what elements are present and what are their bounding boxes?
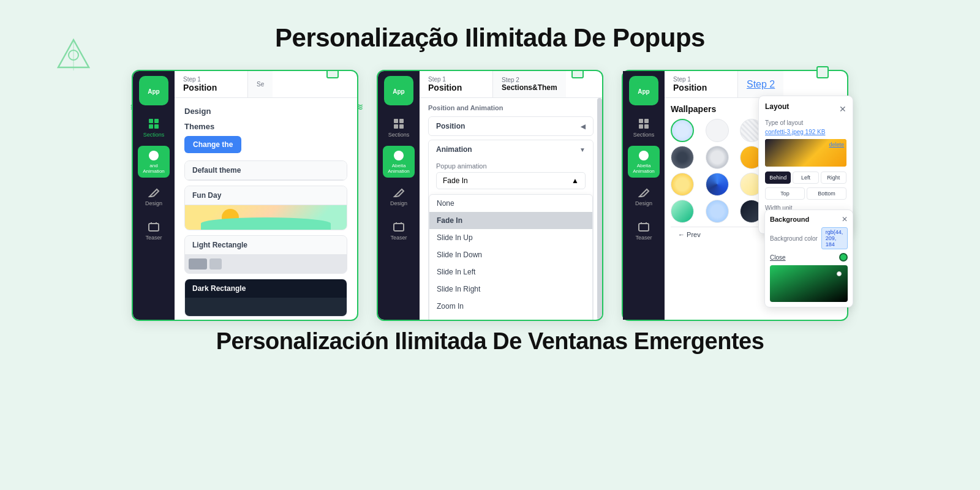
svg-rect-18	[394, 224, 404, 231]
panel2-animation-select[interactable]: Fade In ▲	[436, 172, 586, 189]
wallpaper-item-11[interactable]	[671, 173, 694, 196]
sidebar-logo-1: App	[139, 76, 168, 105]
sidebar3-design[interactable]: Design	[628, 180, 660, 212]
svg-rect-7	[149, 124, 153, 129]
panel2-animation-arrow: ▼	[579, 146, 586, 153]
svg-rect-5	[149, 119, 153, 123]
wallpaper-item-6[interactable]	[671, 146, 694, 169]
color-picker-dot	[837, 271, 842, 276]
panel2-dropdown: None Fade In Slide In Up Slide In Down S…	[429, 194, 593, 320]
wallpaper-item-17[interactable]	[706, 200, 729, 223]
dropdown-item-slideup[interactable]: Slide In Up	[429, 229, 592, 246]
panel2-position-accordion[interactable]: Position ◀	[428, 116, 594, 136]
sidebar2-design[interactable]: Design	[383, 180, 415, 212]
panel1-light-rect-preview	[185, 255, 347, 273]
panel2-scrollbar[interactable]	[597, 98, 602, 320]
sidebar2-teaser[interactable]: Teaser	[383, 214, 415, 246]
bg-color-row: Background color rgb(44, 209, 184	[770, 227, 848, 249]
svg-rect-10	[149, 224, 159, 231]
dropdown-item-zoomin[interactable]: Zoom In	[429, 298, 592, 315]
layout-btn-left[interactable]: Left	[793, 172, 818, 184]
panel2-section-title: Position and Animation	[428, 104, 594, 111]
sidebar-item-animation-1[interactable]: andAnimation	[138, 146, 170, 178]
sidebar3-animation[interactable]: AbeitaAnimation	[628, 146, 660, 178]
panel3-step-header: Step 1 Position Step 2	[665, 71, 847, 98]
bg-close-btn[interactable]: Close	[770, 254, 786, 261]
sidebar-logo-2: App	[384, 76, 413, 105]
panel1-dark-rect-theme[interactable]: Dark Rectangle	[184, 279, 347, 317]
dropdown-item-fadein[interactable]: Fade In	[429, 212, 592, 229]
sidebar3-teaser[interactable]: Teaser	[628, 214, 660, 246]
panel3-content: Step 1 Position Step 2 Wallpapers	[665, 71, 847, 320]
panel-2: App Sections AbeitaAnimation Design Teas…	[377, 70, 603, 321]
layout-panel-title: Layout	[765, 102, 789, 111]
dropdown-item-slideleft[interactable]: Slide In Left	[429, 263, 592, 281]
panel1-sidebar: App Sections andAnimation Design Teaser	[133, 71, 175, 320]
layout-btn-behind[interactable]: Behind	[765, 172, 791, 184]
wallpaper-item-12[interactable]	[706, 173, 729, 196]
panel2-body: Position and Animation Position ◀ Animat…	[420, 98, 602, 320]
layout-close-icon[interactable]: ✕	[839, 104, 846, 114]
sidebar-item-sections-1[interactable]: Sections	[138, 111, 170, 143]
panel1-step1-block: Step 1 Position	[175, 71, 248, 97]
bg-title: Background	[770, 216, 809, 223]
panel1-dark-rect-preview	[185, 298, 347, 316]
panel1-light-rect-label: Light Rectangle	[185, 236, 347, 255]
panel3-step1-block: Step 1 Position	[665, 71, 738, 97]
panel1-fun-day-theme[interactable]: Fun Day	[184, 186, 347, 230]
svg-rect-23	[639, 124, 643, 129]
sidebar3-sections[interactable]: Sections	[628, 111, 660, 143]
panel1-themes-label: Themes	[184, 122, 347, 131]
subtitle: Personalización Ilimitada De Ventanas Em…	[0, 321, 980, 355]
layout-btn-top[interactable]: Top	[765, 187, 805, 200]
panel1-step2-block: Se	[248, 71, 273, 97]
panel2-animation-header[interactable]: Animation ▼	[429, 140, 593, 159]
bg-color-dot[interactable]	[839, 253, 848, 262]
sidebar2-animation[interactable]: AbeitaAnimation	[383, 146, 415, 178]
panel1-default-theme-label: Default theme	[185, 161, 347, 180]
dropdown-item-slideright[interactable]: Slide In Right	[429, 281, 592, 298]
layout-file-link[interactable]: confetti-3.jpeg 192 KB	[765, 129, 846, 135]
select-arrow-up: ▲	[571, 176, 579, 185]
svg-rect-16	[399, 124, 404, 129]
sidebar-item-teaser-1[interactable]: Teaser	[138, 214, 170, 246]
bg-color-picker[interactable]	[770, 265, 848, 302]
bg-color-value[interactable]: rgb(44, 209, 184	[821, 227, 848, 249]
svg-rect-26	[639, 224, 649, 231]
panels-container: App Sections andAnimation Design Teaser	[0, 70, 980, 321]
dropdown-item-fadetopleft[interactable]: Fade In Top Left	[429, 315, 592, 320]
wallpaper-item-1[interactable]	[671, 119, 694, 142]
layout-buttons-grid: Behind Left Right	[765, 172, 846, 184]
panel1-step1-title: Position	[183, 83, 239, 92]
panel1-default-theme[interactable]: Default theme	[184, 160, 347, 181]
wallpaper-item-16[interactable]	[671, 200, 694, 223]
svg-point-25	[639, 151, 649, 160]
panel2-step2-block: Step 2 Sections&Them	[493, 71, 566, 97]
panel2-animation-form-label: Popup animation	[429, 159, 593, 170]
panel-1: App Sections andAnimation Design Teaser	[132, 70, 358, 321]
sidebar2-sections[interactable]: Sections	[383, 111, 415, 143]
dropdown-item-slidedown[interactable]: Slide In Down	[429, 246, 592, 263]
svg-rect-6	[154, 119, 159, 123]
panel1-fun-day-label: Fun Day	[185, 186, 347, 205]
dropdown-item-none[interactable]: None	[429, 195, 592, 212]
panel1-change-btn[interactable]: Change the	[184, 136, 241, 153]
wallpaper-item-2[interactable]	[706, 119, 729, 142]
logo-decoration	[55, 37, 92, 74]
panel3-step2-block: Step 2	[738, 71, 783, 97]
layout-btn-bottom[interactable]: Bottom	[807, 187, 846, 200]
svg-point-9	[149, 151, 159, 160]
panel2-position-header[interactable]: Position ◀	[429, 117, 593, 135]
panel2-content: Step 1 Position Step 2 Sections&Them Pos…	[420, 71, 602, 320]
layout-delete-link[interactable]: delete	[829, 141, 844, 148]
panel2-animation-accordion[interactable]: Animation ▼ Popup animation Fade In ▲ No…	[428, 140, 594, 320]
sidebar-item-design-1[interactable]: Design	[138, 180, 170, 212]
layout-btn-right[interactable]: Right	[821, 172, 846, 184]
panel1-fun-day-preview	[185, 205, 347, 230]
panel1-design-label: Design	[184, 107, 347, 116]
bg-close-x[interactable]: ✕	[842, 215, 848, 224]
wallpaper-item-7[interactable]	[706, 146, 729, 169]
panel1-light-rect-theme[interactable]: Light Rectangle	[184, 235, 347, 274]
panel1-dark-rect-label: Dark Rectangle	[185, 279, 347, 298]
panel1-content: Step 1 Position Se Design Themes Change …	[175, 71, 357, 320]
